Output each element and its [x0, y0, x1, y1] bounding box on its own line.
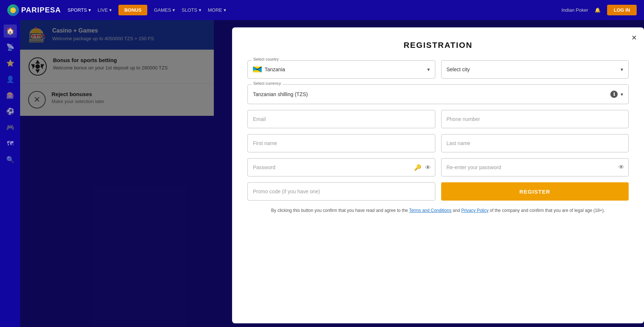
lastname-field-container	[441, 134, 629, 152]
sidebar-casino-icon[interactable]: 🎰	[4, 89, 17, 102]
city-placeholder: Select city	[447, 66, 470, 72]
brand-logo[interactable]: 🪙 PARIPESA	[7, 4, 61, 16]
sidebar-search-icon[interactable]: 🔍	[4, 153, 17, 166]
country-field: Select country Tanzania	[247, 60, 435, 79]
firstname-input[interactable]	[247, 134, 435, 152]
promo-input[interactable]	[247, 182, 435, 201]
name-row	[247, 134, 629, 152]
email-phone-row	[247, 110, 629, 128]
currency-chevron-icon: ▾	[621, 91, 623, 97]
country-label: Select country	[252, 57, 280, 61]
repassword-input[interactable]	[441, 158, 629, 176]
email-field-container	[247, 110, 435, 128]
sidebar-star-icon[interactable]: ⭐	[4, 57, 17, 70]
password-input[interactable]	[247, 158, 435, 176]
repassword-eye-icon[interactable]: 👁	[618, 164, 624, 171]
privacy-link[interactable]: Privacy Policy	[461, 208, 489, 213]
promo-field-container	[247, 182, 435, 201]
bonus-button[interactable]: BONUS	[118, 5, 147, 15]
repassword-icons: 👁	[618, 164, 624, 171]
phone-field-container	[441, 110, 629, 128]
repassword-field-container: 👁	[441, 158, 629, 176]
city-field: Select city ▾	[441, 60, 629, 79]
currency-value: Tanzanian shilling (TZS)	[253, 91, 308, 97]
sidebar-home-icon[interactable]: 🏠	[4, 24, 17, 38]
sidebar-map-icon[interactable]: 🗺	[4, 137, 17, 150]
login-button[interactable]: LOG IN	[607, 5, 637, 15]
password-icons: 🔑 👁	[414, 164, 431, 171]
brand-name: PARIPESA	[21, 6, 61, 14]
key-icon: 🔑	[414, 164, 421, 171]
tanzania-flag-icon	[253, 66, 262, 72]
left-sidebar: 🏠 📡 ⭐ 👤 🎰 ⚽ 🎮 🗺 🔍	[0, 20, 20, 327]
logo-icon: 🪙	[7, 4, 19, 16]
country-city-row: Select country Tanzania	[247, 60, 629, 79]
phone-input[interactable]	[441, 110, 629, 128]
close-button[interactable]: ×	[632, 33, 637, 42]
nav-more[interactable]: MORE ▾	[208, 7, 226, 13]
nav-notification-icon[interactable]: 🔔	[595, 7, 601, 13]
currency-label: Select currency	[252, 81, 283, 85]
sidebar-game-icon[interactable]: 🎮	[4, 121, 17, 134]
city-select[interactable]: Select city ▾	[441, 60, 629, 79]
promo-register-row: REGISTER	[247, 182, 629, 201]
main-content: BOW 🎰 Casino + Games Welcome package up …	[20, 20, 644, 327]
currency-field: Select currency Tanzanian shilling (TZS)…	[247, 84, 629, 104]
nav-slots[interactable]: SLOTS ▾	[182, 7, 201, 13]
currency-info-icon[interactable]: ℹ	[610, 91, 618, 98]
country-select[interactable]: Tanzania ▾	[247, 60, 435, 79]
nav-sports[interactable]: SPORTS ▾	[68, 7, 91, 13]
terms-link[interactable]: Terms and Conditions	[409, 208, 451, 213]
sidebar-live-icon[interactable]: 📡	[4, 41, 17, 54]
modal-title: REGISTRATION	[247, 41, 629, 50]
firstname-field-container	[247, 134, 435, 152]
register-button[interactable]: REGISTER	[441, 182, 629, 201]
currency-select[interactable]: Tanzanian shilling (TZS) ℹ ▾	[247, 84, 629, 104]
lastname-input[interactable]	[441, 134, 629, 152]
top-navigation: 🪙 PARIPESA SPORTS ▾ LIVE ▾ BONUS GAMES ▾…	[0, 0, 644, 20]
country-value: Tanzania	[265, 66, 285, 72]
registration-modal: × REGISTRATION Select country	[232, 27, 644, 323]
password-field-container: 🔑 👁	[247, 158, 435, 176]
nav-live[interactable]: LIVE ▾	[98, 7, 112, 13]
password-row: 🔑 👁 👁	[247, 158, 629, 176]
currency-row: Select currency Tanzanian shilling (TZS)…	[247, 84, 629, 104]
country-chevron-icon: ▾	[427, 66, 430, 72]
nav-games[interactable]: GAMES ▾	[154, 7, 175, 13]
register-button-container: REGISTER	[441, 182, 629, 201]
legal-text: By clicking this button you confirm that…	[247, 207, 629, 214]
nav-indian-poker[interactable]: Indian Poker	[561, 7, 588, 13]
eye-slash-icon[interactable]: 👁	[425, 164, 431, 171]
city-chevron-icon: ▾	[621, 66, 623, 72]
sidebar-soccer-icon[interactable]: ⚽	[4, 105, 17, 118]
sidebar-user-icon[interactable]: 👤	[4, 73, 17, 86]
email-input[interactable]	[247, 110, 435, 128]
